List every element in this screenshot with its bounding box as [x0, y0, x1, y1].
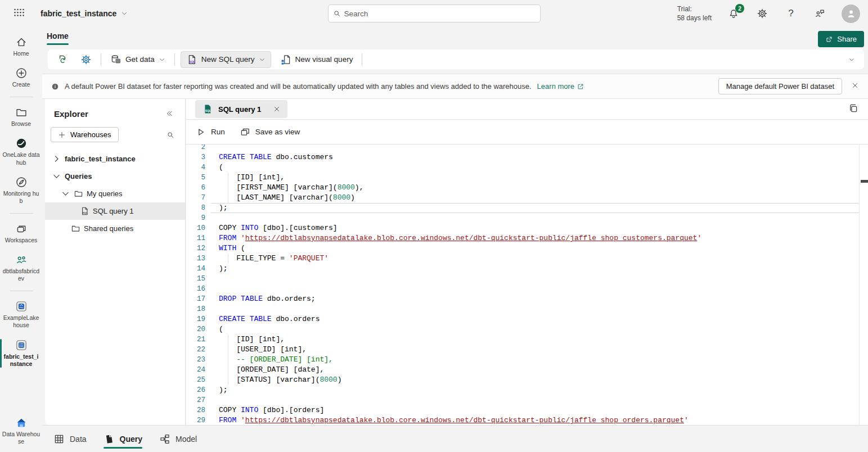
query-panel: SQL SQL query 1 Run Save as view — [186, 99, 868, 425]
line-number: 16 — [186, 284, 205, 294]
feedback-button[interactable] — [813, 7, 826, 20]
tree-item-shared-queries[interactable]: Shared queries — [45, 220, 185, 237]
search-input[interactable] — [344, 10, 536, 18]
code-line-17[interactable]: 17DROP TABLE dbo.orders; — [186, 294, 868, 304]
explorer-search-button[interactable] — [164, 128, 177, 142]
code-line-28[interactable]: 28COPY INTO [dbo].[orders] — [186, 405, 868, 415]
ribbon-collapse-button[interactable] — [845, 54, 858, 65]
rail-item-fabric-test-instance[interactable]: fabric_test_instance — [0, 336, 42, 371]
current-line-highlight — [211, 203, 860, 213]
rail-item-browse[interactable]: Browse — [0, 103, 42, 131]
app-launcher-button[interactable] — [8, 2, 30, 25]
code-line-23[interactable]: 23 -- [ORDER_DATE] [int], — [186, 355, 868, 365]
code-line-29[interactable]: 29FROM 'https://dbtlabsynapsedatalake.bl… — [186, 415, 868, 425]
line-number: 4 — [186, 162, 205, 173]
close-tab-icon[interactable] — [273, 105, 281, 113]
line-number: 13 — [186, 254, 205, 264]
notifications-button[interactable]: 2 — [727, 7, 740, 20]
code-line-3[interactable]: 3CREATE TABLE dbo.customers — [186, 152, 868, 162]
get-data-button[interactable]: Get data — [107, 52, 169, 67]
share-button[interactable]: Share — [818, 31, 864, 47]
settings-gear-button[interactable] — [77, 52, 95, 67]
code-line-25[interactable]: 25 [STATUS] [varchar](8000) — [186, 375, 868, 385]
workspace-switcher[interactable]: fabric_test_instance — [41, 9, 128, 18]
rail-item-home[interactable]: Home — [0, 33, 42, 61]
code-line-24[interactable]: 24 [ORDER_DATE] [date], — [186, 365, 868, 375]
global-search[interactable] — [328, 4, 541, 22]
tree-item-label: fabric_test_instance — [65, 155, 136, 163]
collapse-explorer-button[interactable] — [163, 107, 176, 120]
external-link-icon — [577, 83, 584, 91]
copy-button[interactable] — [848, 103, 859, 116]
view-tab-query[interactable]: Query — [104, 426, 142, 452]
new-sql-query-button[interactable]: SQL New SQL query — [181, 51, 271, 68]
ribbon-tab-home[interactable]: Home — [47, 31, 69, 45]
code-line-15[interactable]: 15 — [186, 274, 868, 284]
rail-item-dbtlabsfabricdev[interactable]: dbtlabsfabricdev — [0, 250, 42, 286]
code-line-19[interactable]: 19CREATE TABLE dbo.orders — [186, 314, 868, 324]
rail-item-data-warehouse[interactable]: Data Warehouse — [0, 413, 42, 449]
editor-scrollbar-mark[interactable] — [861, 180, 868, 183]
code-line-26[interactable]: 26); — [186, 385, 868, 395]
code-line-9[interactable]: 9 — [186, 213, 868, 223]
notification-badge: 2 — [735, 4, 744, 13]
sql-editor[interactable]: 23CREATE TABLE dbo.customers4(5 [ID] [in… — [186, 144, 868, 425]
line-number: 23 — [186, 355, 205, 365]
tree-item-fabric-test-instance[interactable]: fabric_test_instance — [45, 150, 185, 168]
run-button[interactable]: Run — [195, 126, 225, 138]
add-warehouses-button[interactable]: Warehouses — [51, 127, 119, 142]
rail-item-onelake[interactable]: OneLake data hub — [0, 134, 42, 169]
help-button[interactable]: ? — [784, 7, 798, 20]
banner-close-button[interactable] — [851, 82, 859, 91]
code-line-27[interactable]: 27 — [186, 395, 868, 405]
account-avatar[interactable] — [842, 4, 860, 23]
code-text: WITH ( — [219, 243, 245, 254]
rail-divider — [10, 213, 33, 214]
line-number: 18 — [186, 304, 205, 314]
code-line-21[interactable]: 21 [ID] [int], — [186, 335, 868, 345]
code-text: COPY INTO [dbo].[orders] — [219, 405, 324, 415]
monitoring-icon — [15, 176, 28, 188]
refresh-report-button[interactable] — [53, 52, 71, 67]
code-line-5[interactable]: 5 [ID] [int], — [186, 173, 868, 183]
code-line-4[interactable]: 4( — [186, 162, 868, 173]
code-line-6[interactable]: 6 [FIRST_NAME] [varchar](8000), — [186, 183, 868, 193]
rail-item-examplelakehouse[interactable]: ExampleLakehouse — [0, 297, 42, 332]
new-visual-query-button[interactable]: New visual query — [277, 52, 357, 67]
tree-item-sql-query-1[interactable]: SQLSQL query 1 — [45, 202, 185, 220]
rail-item-monitoring[interactable]: Monitoring hub — [0, 173, 42, 208]
line-number: 20 — [186, 324, 205, 335]
question-icon: ? — [788, 8, 793, 19]
tab-sql-query-1[interactable]: SQL SQL query 1 — [195, 100, 287, 118]
code-line-18[interactable]: 18 — [186, 304, 868, 314]
tree-item-my-queries[interactable]: My queries — [45, 185, 185, 202]
rail-item-workspaces[interactable]: Workspaces — [0, 219, 42, 247]
code-line-7[interactable]: 7 [LAST_NAME] [varchar](8000) — [186, 193, 868, 203]
code-line-10[interactable]: 10COPY INTO [dbo].[customers] — [186, 223, 868, 233]
settings-button[interactable] — [755, 7, 769, 20]
query-toolbar: Run Save as view — [186, 120, 868, 144]
code-line-12[interactable]: 12WITH ( — [186, 243, 868, 254]
view-tab-data[interactable]: Data — [53, 426, 87, 452]
view-tab-label: Query — [120, 435, 142, 444]
left-nav-rail: HomeCreateBrowseOneLake data hubMonitori… — [0, 27, 42, 452]
view-tab-model[interactable]: Model — [159, 426, 197, 452]
top-right-cluster: Trial: 58 days left 2 ? — [677, 4, 860, 23]
code-line-20[interactable]: 20( — [186, 324, 868, 335]
manage-dataset-button[interactable]: Manage default Power BI dataset — [718, 78, 842, 94]
code-line-14[interactable]: 14); — [186, 264, 868, 274]
code-text: CREATE TABLE dbo.customers — [219, 152, 333, 162]
line-number: 12 — [186, 243, 205, 254]
line-number: 26 — [186, 385, 205, 395]
save-as-view-button[interactable]: Save as view — [240, 126, 300, 138]
tree-item-queries[interactable]: Queries — [45, 168, 185, 185]
code-line-13[interactable]: 13 FILE_TYPE = 'PARQUET' — [186, 254, 868, 264]
code-line-16[interactable]: 16 — [186, 284, 868, 294]
share-icon — [825, 35, 833, 43]
code-line-11[interactable]: 11FROM 'https://dbtlabsynapsedatalake.bl… — [186, 233, 868, 243]
learn-more-link[interactable]: Learn more — [537, 82, 584, 91]
code-line-22[interactable]: 22 [USER_ID] [int], — [186, 345, 868, 355]
code-text: ); — [219, 264, 228, 274]
code-line-2[interactable]: 2 — [186, 144, 868, 152]
rail-item-create[interactable]: Create — [0, 64, 42, 92]
